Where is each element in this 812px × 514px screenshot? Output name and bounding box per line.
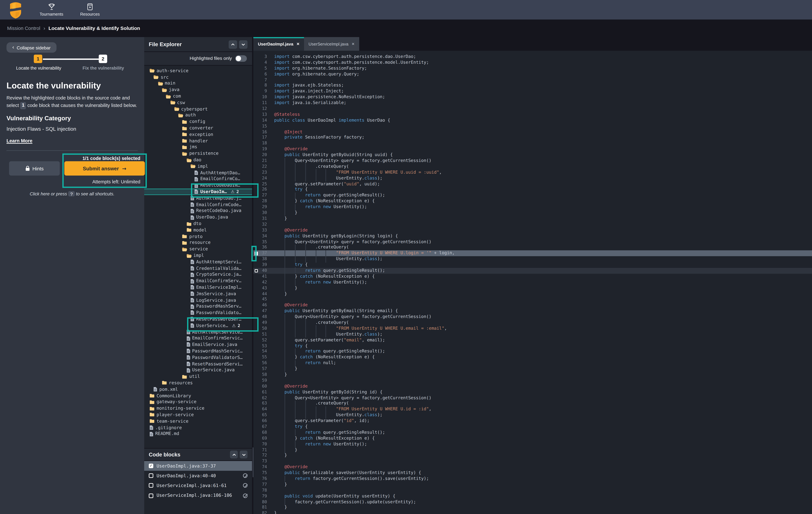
tree-item[interactable]: impl xyxy=(144,252,252,259)
code-line[interactable]: 18 xyxy=(253,141,812,146)
code-line[interactable]: 11import java.io.Serializable; xyxy=(253,100,812,106)
code-line[interactable]: 82} xyxy=(253,511,812,514)
code-line[interactable]: 3import com.csw.cybersport.auth.persiste… xyxy=(253,54,812,60)
tree-item[interactable]: UserDao.java xyxy=(144,214,252,220)
code-line[interactable]: 16 @Inject xyxy=(253,129,812,135)
code-line[interactable]: 26 try { xyxy=(253,187,812,193)
code-line[interactable]: 38 UserEntity.class); xyxy=(253,256,812,262)
tree-item[interactable]: PasswordHashServic… xyxy=(144,348,252,354)
tree-item[interactable]: main xyxy=(144,80,252,87)
tree-item[interactable]: exception xyxy=(144,131,252,138)
tree-item[interactable]: EmailService.java xyxy=(144,342,252,348)
code-line[interactable]: 67 try { xyxy=(253,424,812,430)
code-line[interactable]: 12 xyxy=(253,106,812,112)
code-line[interactable]: 32 xyxy=(253,221,812,227)
code-area[interactable]: 3import com.csw.cybersport.auth.persiste… xyxy=(253,51,812,514)
code-line[interactable]: 30 } xyxy=(253,210,812,216)
code-line[interactable]: 78 xyxy=(253,487,812,493)
tree-item[interactable]: proto xyxy=(144,233,252,240)
code-line[interactable]: 62 Query<UserEntity> query = factory.get… xyxy=(253,395,812,401)
submit-answer-button[interactable]: Submit answer → xyxy=(64,161,145,175)
tree-item[interactable]: JmsService.java xyxy=(144,291,252,297)
tree-item[interactable]: jms xyxy=(144,144,252,151)
tree-item[interactable]: gateway-service xyxy=(144,399,252,405)
code-line[interactable]: 33 @Override xyxy=(253,227,812,233)
code-line[interactable]: 66 query.setParameter("id", id); xyxy=(253,418,812,424)
tree-item[interactable]: converter xyxy=(144,125,252,131)
code-line[interactable]: 17 private SessionFactory factory; xyxy=(253,135,812,141)
breadcrumb-parent[interactable]: Mission Control xyxy=(7,25,40,31)
code-line[interactable]: 24 UserEntity.class); xyxy=(253,175,812,181)
next-highlight-button[interactable] xyxy=(239,40,248,49)
code-line[interactable]: 6import org.hibernate.query.Query; xyxy=(253,71,812,77)
code-line[interactable]: 48 Query<UserEntity> query = factory.get… xyxy=(253,314,812,320)
code-block-row[interactable]: UserServiceImpl.java:61-61 xyxy=(144,481,252,491)
code-line[interactable]: 63 .createQuery( xyxy=(253,401,812,407)
code-line-checkbox[interactable] xyxy=(254,269,258,273)
tree-item[interactable]: resources xyxy=(144,380,252,386)
code-line[interactable]: 55 } catch (NoResultException e) { xyxy=(253,354,812,360)
tree-item[interactable]: AuthAttemptDao.j… xyxy=(144,195,252,201)
tree-item[interactable]: EmailConfirmCode… xyxy=(144,201,252,208)
code-line[interactable]: 13@Stateless xyxy=(253,112,812,118)
tree-item[interactable]: AuthAttemptService… xyxy=(144,329,252,335)
code-line[interactable]: 7 xyxy=(253,77,812,83)
code-line[interactable]: 71 } xyxy=(253,447,812,453)
code-line[interactable]: 50 "FROM UserEntity U WHERE U.email = :e… xyxy=(253,326,812,331)
tree-item[interactable]: dto xyxy=(144,221,252,227)
tree-item[interactable]: pom.xml xyxy=(144,386,252,393)
tree-item[interactable]: CredentialValida… xyxy=(144,265,252,271)
code-line[interactable]: 65 UserEntity.class); xyxy=(253,412,812,418)
collapse-sidebar-button[interactable]: ‹ Collapse sidebar xyxy=(6,42,56,53)
code-line[interactable]: 39 try { xyxy=(253,262,812,268)
tab-userdaoimpl[interactable]: UserDaoImpl.java × xyxy=(253,37,304,51)
code-line[interactable]: 53 try { xyxy=(253,343,812,349)
code-line[interactable]: 21 Query<UserEntity> query = factory.get… xyxy=(253,158,812,164)
code-block-checkbox[interactable] xyxy=(149,474,153,478)
code-line[interactable]: 51 UserEntity.class); xyxy=(253,331,812,337)
tree-item[interactable]: team-service xyxy=(144,418,252,424)
learn-more-link[interactable]: Learn More xyxy=(6,138,32,144)
code-line[interactable]: 79 public void update(UserEntity userEnt… xyxy=(253,493,812,499)
code-block-checkbox[interactable] xyxy=(149,464,153,468)
code-line[interactable]: 37 "FROM UserEntity U WHERE U.login = '"… xyxy=(253,250,812,256)
tree-item[interactable]: ResetCodeDao.java xyxy=(144,208,252,214)
code-line[interactable]: 77 } xyxy=(253,482,812,488)
tree-item[interactable]: ResetPasswordSer… xyxy=(144,316,252,322)
tab-close-icon[interactable]: × xyxy=(352,42,355,46)
tree-item[interactable]: config xyxy=(144,119,252,125)
code-line[interactable]: 9import javax.inject.Inject; xyxy=(253,89,812,94)
code-line[interactable]: 81 } xyxy=(253,505,812,511)
tree-item[interactable]: auth-service xyxy=(144,67,252,74)
code-line[interactable]: 59 xyxy=(253,378,812,384)
tree-item[interactable]: PasswordValidato… xyxy=(144,310,252,316)
next-block-button[interactable] xyxy=(240,451,248,458)
shortcuts-hint[interactable]: Click here or press ? to see all shortcu… xyxy=(3,191,141,196)
tree-item[interactable]: README.md xyxy=(144,431,252,437)
tree-item[interactable]: dao xyxy=(144,157,252,163)
hints-button[interactable]: Hints xyxy=(9,161,60,175)
tree-item[interactable]: ResetPasswordServi… xyxy=(144,361,252,367)
tree-item[interactable]: UserService…⚠2 xyxy=(144,323,252,329)
code-line[interactable]: 61 public UserEntity getById(String id) … xyxy=(253,389,812,395)
tree-item[interactable]: csw xyxy=(144,100,252,106)
tree-item[interactable]: UserService.java xyxy=(144,367,252,373)
tree-item[interactable]: com xyxy=(144,93,252,100)
nav-item-resources[interactable]: Resources xyxy=(80,3,100,16)
tree-item[interactable]: src xyxy=(144,74,252,80)
tree-item[interactable]: AuthAttemptServi… xyxy=(144,259,252,265)
tree-item[interactable]: persistence xyxy=(144,151,252,157)
tree-item[interactable]: model xyxy=(144,227,252,233)
code-line[interactable]: 58 } xyxy=(253,372,812,378)
tree-item[interactable]: ResetCodeDaoIm… xyxy=(144,182,252,189)
code-line[interactable]: 72 } xyxy=(253,453,812,459)
code-line[interactable]: 60 @Override xyxy=(253,383,812,389)
code-line[interactable]: 25 query.setParameter("uuid", uuid); xyxy=(253,181,812,187)
tree-item[interactable]: EmailConfirmServic… xyxy=(144,335,252,342)
tree-item[interactable]: UserDaoIm…⚠2 xyxy=(144,189,252,195)
tree-item[interactable]: resource xyxy=(144,240,252,246)
code-line[interactable]: 35 Query<UserEntity> query = factory.get… xyxy=(253,239,812,245)
code-line-checkbox-checked[interactable] xyxy=(254,252,258,255)
code-line[interactable]: 80 factory.getCurrentSession().update(us… xyxy=(253,499,812,505)
code-line[interactable]: 73 xyxy=(253,459,812,464)
